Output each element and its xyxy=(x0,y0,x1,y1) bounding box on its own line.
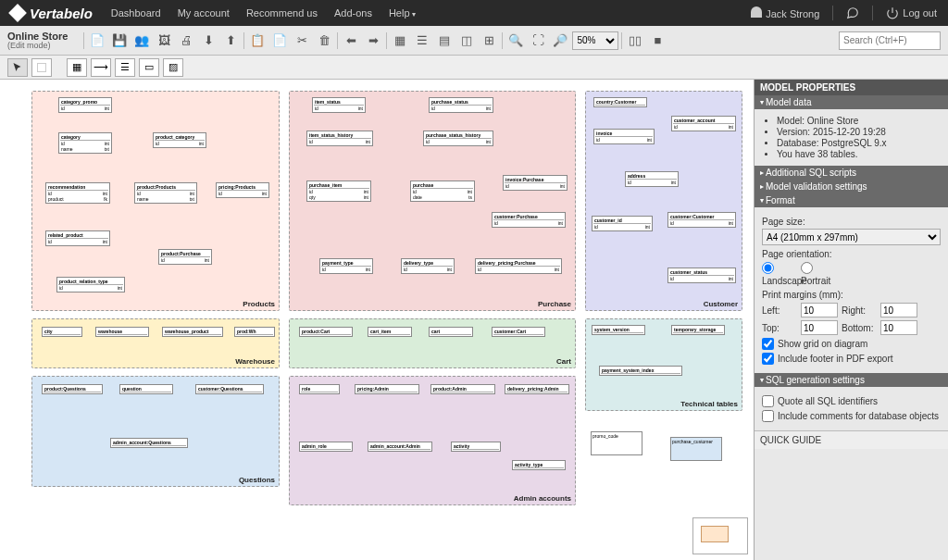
chat-icon[interactable] xyxy=(846,6,859,19)
separator xyxy=(83,32,84,49)
align-right-icon[interactable]: ▤ xyxy=(434,31,455,51)
page-size-label: Page size: xyxy=(762,217,941,227)
group-warehouse[interactable]: Warehouse city warehouse warehouse_produ… xyxy=(31,318,280,368)
copy-icon[interactable]: 📋 xyxy=(247,31,268,51)
prop-tables: You have 38 tables. xyxy=(777,149,941,159)
user-icon xyxy=(751,6,762,18)
nav-addons[interactable]: Add-ons xyxy=(334,7,372,19)
show-grid-checkbox[interactable]: Show grid on diagram xyxy=(762,338,941,350)
margin-bottom-label: Bottom: xyxy=(842,323,877,333)
model-title: Online Store (Edit mode) xyxy=(7,31,68,51)
margin-left-label: Left: xyxy=(762,305,797,316)
redo-icon[interactable]: ➡ xyxy=(363,31,383,51)
prop-model: Model: Online Store xyxy=(777,116,941,126)
new-icon[interactable]: 📄 xyxy=(87,31,107,51)
export-sql-icon[interactable]: ⬇ xyxy=(198,31,218,51)
group-admin[interactable]: Admin accounts role pricing:Admin produc… xyxy=(289,376,576,505)
properties-sidebar: MODEL PROPERTIES Model data Model: Onlin… xyxy=(754,80,948,560)
delete-icon[interactable]: 🗑 xyxy=(314,31,334,51)
loose-table[interactable]: promo_code xyxy=(591,431,642,455)
group-label: Purchase xyxy=(538,300,571,308)
sql-gen-body: Quote all SQL identifiers Include commen… xyxy=(755,387,948,430)
undo-icon[interactable]: ⬅ xyxy=(341,31,361,51)
toolbar-group-align: ▦ ☰ ▤ ◫ ⊞ xyxy=(390,31,499,51)
section-validation[interactable]: Model validation settings xyxy=(755,180,948,193)
margin-left-input[interactable] xyxy=(801,303,838,317)
margin-top-input[interactable] xyxy=(801,320,838,335)
margins-label: Print margins (mm): xyxy=(762,290,941,300)
page-size-select[interactable]: A4 (210mm x 297mm) xyxy=(762,229,941,245)
separator xyxy=(502,32,503,49)
paste-icon[interactable]: 📄 xyxy=(269,31,290,51)
group-customer[interactable]: Customer country:Customer customer_accou… xyxy=(585,91,742,311)
user-link[interactable]: Jack Strong xyxy=(751,6,819,19)
group-purchase[interactable]: Purchase item_statusidint purchase_statu… xyxy=(289,91,576,311)
logout-link[interactable]: Log out xyxy=(886,6,937,19)
reference-tool[interactable]: ⟶ xyxy=(91,58,111,77)
margin-bottom-input[interactable] xyxy=(880,320,917,335)
note-tool[interactable]: ▭ xyxy=(139,58,159,77)
secondary-toolbar: ▦ ⟶ ☰ ▭ ▨ xyxy=(0,56,948,80)
nav-dashboard[interactable]: Dashboard xyxy=(111,7,161,19)
view-mode-2-icon[interactable]: ■ xyxy=(647,31,667,51)
divider xyxy=(872,6,873,20)
nav-my-account[interactable]: My account xyxy=(178,7,230,19)
quote-identifiers-checkbox[interactable]: Quote all SQL identifiers xyxy=(762,395,941,407)
radio-landscape[interactable]: Landscape xyxy=(762,262,797,286)
area-tool[interactable]: ▨ xyxy=(163,58,183,77)
section-model-data[interactable]: Model data xyxy=(755,95,948,109)
save-icon[interactable]: 💾 xyxy=(109,31,130,51)
section-format[interactable]: Format xyxy=(755,193,948,207)
print-icon[interactable]: 🖨 xyxy=(176,31,196,51)
minimap[interactable] xyxy=(692,517,748,554)
group-label: Warehouse xyxy=(235,357,275,366)
table-tool[interactable]: ▦ xyxy=(67,58,87,77)
group-questions[interactable]: Questions product:Questions question cus… xyxy=(31,376,280,487)
group-cart[interactable]: Cart product:Cart cart_item cart custome… xyxy=(289,318,576,368)
toolbar-group-view: ▯▯ ■ xyxy=(625,31,667,51)
search-input[interactable] xyxy=(839,31,941,50)
margin-right-input[interactable] xyxy=(880,303,917,317)
import-sql-icon[interactable]: ⬆ xyxy=(220,31,241,51)
view-mode-1-icon[interactable]: ▯▯ xyxy=(625,31,645,51)
group-label: Customer xyxy=(704,300,738,308)
section-sql-scripts[interactable]: Additional SQL scripts xyxy=(755,166,948,180)
radio-portrait[interactable]: Portrait xyxy=(801,262,836,286)
group-label: Cart xyxy=(556,357,571,366)
nav-recommend[interactable]: Recommend us xyxy=(246,7,318,19)
distribute-icon[interactable]: ⊞ xyxy=(479,31,499,51)
export-png-icon[interactable]: 🖼 xyxy=(154,31,174,51)
zoom-select[interactable]: 50% xyxy=(572,31,618,50)
group-technical[interactable]: Technical tables system_version temporar… xyxy=(585,318,742,411)
zoom-out-icon[interactable]: 🔍 xyxy=(505,31,526,51)
include-comments-checkbox[interactable]: Include comments for database objects xyxy=(762,410,941,422)
group-label: Products xyxy=(243,300,275,308)
view-tool[interactable]: ☰ xyxy=(115,58,135,77)
margin-right-label: Right: xyxy=(842,305,877,316)
zoom-in-icon[interactable]: 🔎 xyxy=(550,31,570,51)
user-name: Jack Strong xyxy=(766,8,819,19)
sidebar-title: MODEL PROPERTIES xyxy=(755,80,948,95)
align-center-icon[interactable]: ☰ xyxy=(412,31,432,51)
align-left-icon[interactable]: ▦ xyxy=(390,31,410,51)
quick-guide-body xyxy=(755,449,948,560)
prop-database: Database: PostgreSQL 9.x xyxy=(777,138,941,148)
select-tool[interactable] xyxy=(31,58,52,77)
include-footer-checkbox[interactable]: Include footer in PDF export xyxy=(762,353,941,365)
toolbar-group-edit: 📋 📄 ✂ 🗑 xyxy=(247,31,334,51)
nav-help[interactable]: Help xyxy=(389,7,416,19)
cut-icon[interactable]: ✂ xyxy=(292,31,312,51)
format-body: Page size: A4 (210mm x 297mm) Page orien… xyxy=(755,207,948,373)
pointer-tool[interactable] xyxy=(7,58,28,77)
prop-version: Version: 2015-12-20 19:28 xyxy=(777,127,941,137)
diagram-canvas[interactable]: Products category_promoidint categoryidi… xyxy=(0,80,754,560)
loose-table[interactable]: purchase_customer xyxy=(670,437,722,461)
zoom-fit-icon[interactable]: ⛶ xyxy=(528,31,548,51)
arrange-icon[interactable]: ◫ xyxy=(456,31,477,51)
logo[interactable]: Vertabelo xyxy=(11,6,93,21)
share-icon[interactable]: 👥 xyxy=(131,31,152,51)
group-products[interactable]: Products category_promoidint categoryidi… xyxy=(31,91,280,311)
section-sql-gen[interactable]: SQL generation settings xyxy=(755,373,948,387)
user-area: Jack Strong Log out xyxy=(751,6,937,20)
quick-guide-header[interactable]: QUICK GUIDE xyxy=(755,430,948,449)
